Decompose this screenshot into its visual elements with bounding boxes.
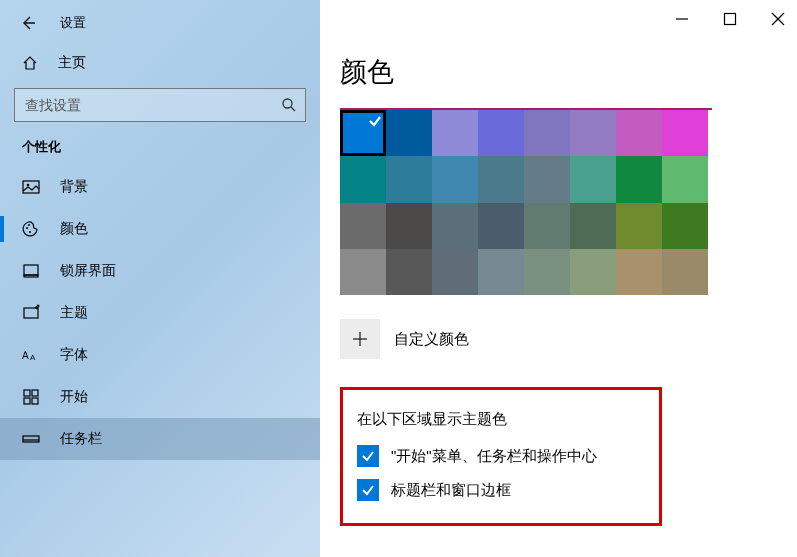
color-swatch[interactable]	[616, 110, 662, 156]
color-swatch[interactable]	[478, 249, 524, 295]
color-swatch[interactable]	[478, 156, 524, 202]
taskbar-icon	[22, 430, 40, 448]
sidebar-item-lockscreen[interactable]: 锁屏界面	[0, 250, 320, 292]
svg-point-4	[27, 184, 30, 187]
check-icon	[368, 114, 382, 128]
svg-text:A: A	[22, 350, 29, 361]
color-swatch[interactable]	[570, 110, 616, 156]
nav-label: 背景	[60, 178, 88, 196]
sidebar-item-colors[interactable]: 颜色	[0, 208, 320, 250]
sidebar-item-taskbar[interactable]: 任务栏	[0, 418, 320, 460]
nav-label: 任务栏	[60, 430, 102, 448]
sidebar: 设置 主页 个性化 背景	[0, 0, 320, 557]
color-swatch[interactable]	[524, 156, 570, 202]
theme-icon	[22, 304, 40, 322]
sidebar-item-background[interactable]: 背景	[0, 166, 320, 208]
color-palette	[340, 108, 712, 295]
lockscreen-icon	[22, 262, 40, 280]
color-swatch[interactable]	[524, 249, 570, 295]
color-swatch[interactable]	[662, 156, 708, 202]
sidebar-item-fonts[interactable]: AA 字体	[0, 334, 320, 376]
home-label: 主页	[58, 54, 86, 72]
window-controls	[675, 12, 785, 26]
color-swatch[interactable]	[616, 203, 662, 249]
check-label: "开始"菜单、任务栏和操作中心	[391, 447, 597, 466]
check-label: 标题栏和窗口边框	[391, 481, 511, 500]
color-swatch[interactable]	[570, 203, 616, 249]
color-swatch[interactable]	[432, 156, 478, 202]
svg-text:A: A	[30, 353, 36, 362]
page-heading: 颜色	[340, 54, 767, 90]
nav-label: 颜色	[60, 220, 88, 238]
accent-section-title: 在以下区域显示主题色	[357, 410, 645, 429]
color-swatch[interactable]	[478, 203, 524, 249]
color-swatch[interactable]	[570, 249, 616, 295]
search-input[interactable]	[15, 89, 305, 121]
custom-color-button[interactable]	[340, 319, 380, 359]
color-swatch[interactable]	[662, 249, 708, 295]
color-swatch[interactable]	[524, 110, 570, 156]
plus-icon	[352, 331, 368, 347]
home-nav[interactable]: 主页	[0, 42, 320, 84]
svg-rect-13	[24, 390, 30, 396]
svg-point-1	[283, 99, 292, 108]
color-swatch[interactable]	[340, 203, 386, 249]
svg-rect-20	[725, 14, 736, 25]
color-swatch[interactable]	[340, 110, 386, 156]
color-swatch[interactable]	[340, 249, 386, 295]
search-box[interactable]	[14, 88, 306, 122]
sidebar-item-themes[interactable]: 主题	[0, 292, 320, 334]
svg-rect-14	[32, 390, 38, 396]
window-title: 设置	[60, 14, 86, 32]
color-swatch[interactable]	[478, 110, 524, 156]
color-swatch[interactable]	[662, 110, 708, 156]
nav-list: 背景 颜色 锁屏界面 主题	[0, 166, 320, 460]
custom-color-label: 自定义颜色	[394, 330, 469, 349]
sidebar-item-start[interactable]: 开始	[0, 376, 320, 418]
color-swatch[interactable]	[386, 249, 432, 295]
main-content: 颜色 自定义颜色 在以下区域显示主题色 "开始"菜单、任务栏和操作中心	[320, 0, 797, 557]
svg-point-6	[28, 224, 30, 226]
svg-rect-16	[32, 398, 38, 404]
check-row-start-taskbar[interactable]: "开始"菜单、任务栏和操作中心	[357, 445, 645, 467]
color-swatch[interactable]	[386, 156, 432, 202]
svg-rect-15	[24, 398, 30, 404]
svg-rect-8	[24, 265, 38, 275]
color-swatch[interactable]	[570, 156, 616, 202]
home-icon	[22, 55, 38, 71]
close-icon[interactable]	[771, 12, 785, 26]
color-swatch[interactable]	[340, 156, 386, 202]
palette-icon	[22, 220, 40, 238]
start-icon	[22, 388, 40, 406]
font-icon: AA	[22, 346, 40, 364]
nav-label: 开始	[60, 388, 88, 406]
color-swatch[interactable]	[616, 156, 662, 202]
svg-point-5	[26, 227, 28, 229]
color-swatch[interactable]	[432, 110, 478, 156]
minimize-icon[interactable]	[675, 12, 689, 26]
accent-surfaces-section: 在以下区域显示主题色 "开始"菜单、任务栏和操作中心 标题栏和窗口边框	[340, 387, 662, 526]
nav-label: 主题	[60, 304, 88, 322]
back-icon[interactable]	[20, 15, 36, 31]
color-swatch[interactable]	[616, 249, 662, 295]
picture-icon	[22, 178, 40, 196]
titlebar: 设置	[0, 0, 320, 42]
svg-point-7	[29, 231, 31, 233]
search-icon	[281, 97, 297, 113]
color-swatch[interactable]	[432, 249, 478, 295]
color-swatch[interactable]	[524, 203, 570, 249]
nav-label: 字体	[60, 346, 88, 364]
svg-rect-17	[23, 436, 39, 442]
checkbox-start-taskbar[interactable]	[357, 445, 379, 467]
nav-label: 锁屏界面	[60, 262, 116, 280]
svg-rect-9	[24, 275, 38, 277]
svg-line-2	[291, 107, 295, 111]
maximize-icon[interactable]	[723, 12, 737, 26]
color-swatch[interactable]	[432, 203, 478, 249]
section-title: 个性化	[0, 138, 320, 166]
color-swatch[interactable]	[386, 203, 432, 249]
color-swatch[interactable]	[386, 110, 432, 156]
color-swatch[interactable]	[662, 203, 708, 249]
checkbox-titlebars[interactable]	[357, 479, 379, 501]
check-row-titlebars[interactable]: 标题栏和窗口边框	[357, 479, 645, 501]
